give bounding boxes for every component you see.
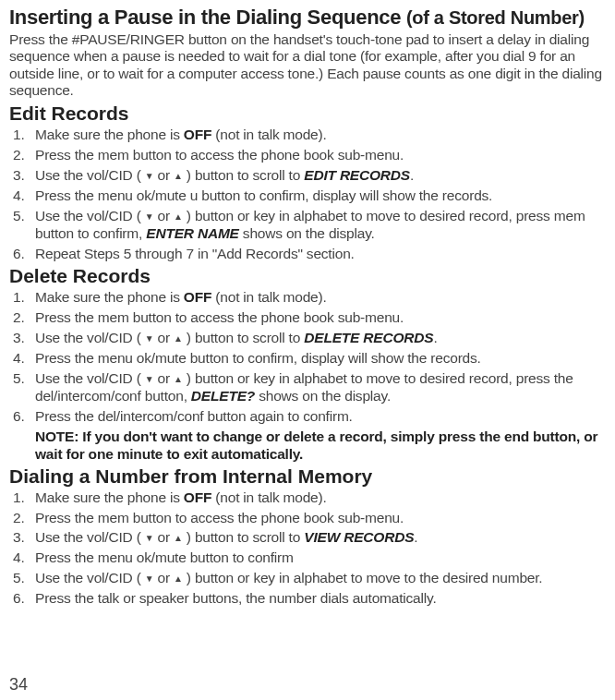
- step-number: 6.: [9, 246, 35, 263]
- arrow-down-icon: ▼: [145, 171, 154, 181]
- step-text: Use the vol/CID ( ▼ or ▲ ) button or key…: [35, 370, 604, 405]
- bold-italic-term: DELETE?: [191, 388, 255, 404]
- step-text: Press the mem button to access the phone…: [35, 147, 604, 164]
- list-item: 4.Press the menu ok/mute button to confi…: [9, 549, 604, 567]
- bold-term: OFF: [184, 489, 211, 505]
- arrow-up-icon: ▲: [174, 171, 183, 181]
- heading-dialing-memory: Dialing a Number from Internal Memory: [9, 465, 604, 488]
- step-text: Press the menu ok/mute button to confirm: [35, 549, 604, 567]
- list-item: 2.Press the mem button to access the pho…: [9, 309, 604, 327]
- title-main: Inserting a Pause in the Dialing Sequenc…: [9, 6, 406, 29]
- step-text: Make sure the phone is OFF (not in talk …: [35, 489, 604, 507]
- bold-italic-term: DELETE RECORDS: [304, 330, 433, 345]
- list-item: 1.Make sure the phone is OFF (not in tal…: [9, 289, 604, 307]
- step-number: 5.: [9, 370, 35, 388]
- step-text: Use the vol/CID ( ▼ or ▲ ) button or key…: [35, 570, 604, 587]
- title-sub: (of a Stored Number): [406, 7, 585, 28]
- step-text: Use the vol/CID ( ▼ or ▲ ) button or key…: [35, 208, 604, 243]
- list-item: 2.Press the mem button to access the pho…: [9, 147, 604, 164]
- step-text: Use the vol/CID ( ▼ or ▲ ) button to scr…: [35, 330, 604, 347]
- list-item: 6.Press the del/intercom/conf button aga…: [9, 408, 604, 426]
- list-item: 6.Press the talk or speaker buttons, the…: [9, 590, 604, 608]
- list-item: 4.Press the menu ok/mute u button to con…: [9, 187, 604, 205]
- heading-delete-records: Delete Records: [9, 265, 604, 287]
- step-text: Repeat Steps 5 through 7 in "Add Records…: [35, 246, 604, 263]
- step-number: 3.: [9, 529, 35, 547]
- note-label: NOTE:: [35, 428, 82, 444]
- list-item: 6.Repeat Steps 5 through 7 in "Add Recor…: [9, 246, 604, 263]
- step-number: 5.: [9, 208, 35, 225]
- list-item: 5.Use the vol/CID ( ▼ or ▲ ) button or k…: [9, 208, 604, 243]
- arrow-up-icon: ▲: [174, 333, 183, 344]
- step-number: 4.: [9, 549, 35, 567]
- arrow-up-icon: ▲: [174, 211, 183, 222]
- step-number: 1.: [9, 127, 35, 144]
- arrow-up-icon: ▲: [174, 374, 183, 384]
- delete-records-steps: 1.Make sure the phone is OFF (not in tal…: [9, 289, 604, 425]
- list-item: 2.Press the mem button to access the pho…: [9, 510, 604, 527]
- delete-note: NOTE: If you don't want to change or del…: [35, 428, 604, 464]
- page-number: 34: [9, 675, 28, 694]
- bold-italic-term: VIEW RECORDS: [304, 529, 414, 545]
- list-item: 3.Use the vol/CID ( ▼ or ▲ ) button to s…: [9, 330, 604, 347]
- note-body: If you don't want to change or delete a …: [35, 428, 597, 462]
- arrow-down-icon: ▼: [145, 533, 154, 543]
- list-item: 4.Press the menu ok/mute button to confi…: [9, 350, 604, 368]
- arrow-down-icon: ▼: [145, 211, 154, 222]
- bold-term: OFF: [184, 127, 211, 142]
- step-number: 3.: [9, 167, 35, 185]
- list-item: 3.Use the vol/CID ( ▼ or ▲ ) button to s…: [9, 167, 604, 185]
- step-text: Press the menu ok/mute u button to confi…: [35, 187, 604, 205]
- heading-edit-records: Edit Records: [9, 103, 604, 125]
- step-text: Make sure the phone is OFF (not in talk …: [35, 127, 604, 144]
- step-number: 1.: [9, 289, 35, 307]
- step-text: Press the mem button to access the phone…: [35, 510, 604, 527]
- step-text: Use the vol/CID ( ▼ or ▲ ) button to scr…: [35, 529, 604, 547]
- step-text: Press the mem button to access the phone…: [35, 309, 604, 327]
- step-number: 2.: [9, 147, 35, 164]
- step-number: 1.: [9, 489, 35, 507]
- step-text: Press the talk or speaker buttons, the n…: [35, 590, 604, 608]
- bold-term: OFF: [184, 289, 211, 305]
- step-number: 4.: [9, 187, 35, 205]
- step-number: 6.: [9, 590, 35, 608]
- list-item: 5.Use the vol/CID ( ▼ or ▲ ) button or k…: [9, 370, 604, 405]
- step-number: 4.: [9, 350, 35, 368]
- step-number: 2.: [9, 309, 35, 327]
- step-number: 6.: [9, 408, 35, 426]
- arrow-up-icon: ▲: [174, 533, 183, 543]
- arrow-down-icon: ▼: [145, 374, 154, 384]
- step-text: Make sure the phone is OFF (not in talk …: [35, 289, 604, 307]
- list-item: 1.Make sure the phone is OFF (not in tal…: [9, 489, 604, 507]
- step-text: Press the menu ok/mute button to confirm…: [35, 350, 604, 368]
- bold-italic-term: ENTER NAME: [146, 225, 238, 241]
- step-number: 2.: [9, 510, 35, 527]
- edit-records-steps: 1.Make sure the phone is OFF (not in tal…: [9, 127, 604, 262]
- step-text: Press the del/intercom/conf button again…: [35, 408, 604, 426]
- step-number: 3.: [9, 330, 35, 347]
- list-item: 1.Make sure the phone is OFF (not in tal…: [9, 127, 604, 144]
- intro-paragraph: Press the #PAUSE/RINGER button on the ha…: [9, 31, 604, 99]
- bold-italic-term: EDIT RECORDS: [304, 167, 410, 183]
- arrow-down-icon: ▼: [145, 573, 154, 584]
- arrow-down-icon: ▼: [145, 333, 154, 344]
- list-item: 5.Use the vol/CID ( ▼ or ▲ ) button or k…: [9, 570, 604, 587]
- page-title: Inserting a Pause in the Dialing Sequenc…: [9, 6, 604, 30]
- step-number: 5.: [9, 570, 35, 587]
- step-text: Use the vol/CID ( ▼ or ▲ ) button to scr…: [35, 167, 604, 185]
- dialing-steps: 1.Make sure the phone is OFF (not in tal…: [9, 489, 604, 608]
- arrow-up-icon: ▲: [174, 573, 183, 584]
- list-item: 3.Use the vol/CID ( ▼ or ▲ ) button to s…: [9, 529, 604, 547]
